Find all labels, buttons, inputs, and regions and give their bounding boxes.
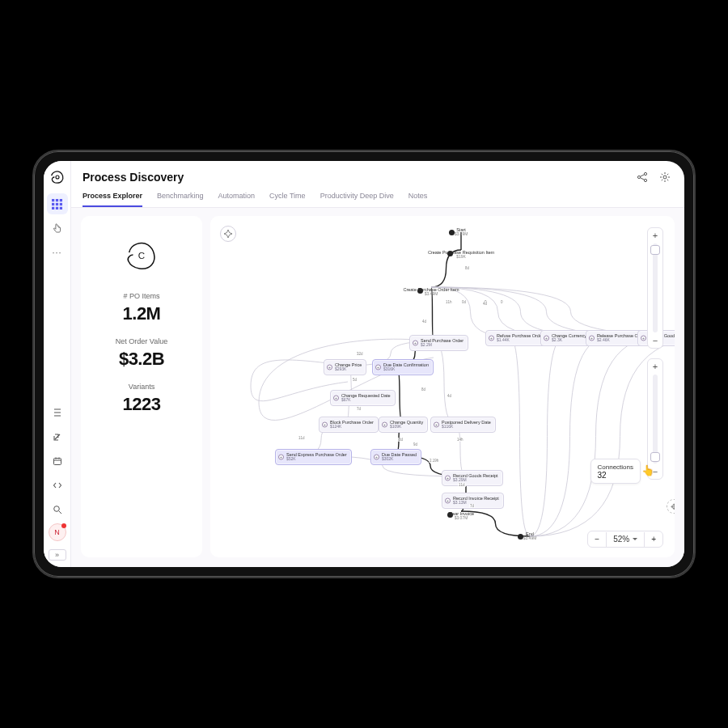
- cursor-hand-icon: 👆: [641, 464, 654, 476]
- graph-node-cpr[interactable]: Create Purchase Requisition Item$19K: [428, 250, 494, 260]
- svg-point-12: [637, 176, 640, 178]
- kpi-variants: Variants 1223: [123, 383, 161, 415]
- edge-label: 4d: [447, 394, 452, 398]
- graph-node-chc[interactable]: +Change Currency$2.3K: [540, 330, 591, 346]
- rail-item-apps[interactable]: [47, 193, 68, 214]
- page-header: Process Discovery: [71, 161, 684, 192]
- slider-track[interactable]: [653, 243, 658, 332]
- slider-thumb[interactable]: [650, 245, 660, 255]
- edge-label: 7d: [356, 407, 362, 411]
- kpi-label: Variants: [123, 383, 161, 391]
- rail-expand-button[interactable]: »: [49, 549, 66, 561]
- edge-label: 2.19h: [429, 459, 439, 463]
- graph-node-spo[interactable]: +Send Purchase Order$2.2M: [409, 335, 468, 351]
- left-rail: ··· N »: [44, 161, 71, 567]
- connections-tooltip: Connections 32 👆: [590, 459, 641, 484]
- process-graph[interactable]: Start$3.49MEnd$3.49MCreate Purchase Requ…: [210, 216, 675, 557]
- crosshair-icon: ✥: [671, 502, 675, 511]
- rail-item-more[interactable]: ···: [47, 242, 68, 263]
- tab-productivity[interactable]: Productivity Deep Dive: [320, 192, 394, 207]
- avatar-initial: N: [54, 528, 60, 536]
- gear-icon: [659, 171, 671, 183]
- zoom-in-button[interactable]: +: [645, 531, 662, 547]
- svg-text:C: C: [138, 251, 145, 260]
- svg-rect-8: [56, 206, 58, 209]
- graph-node-ddc[interactable]: +Due Date Confirmation$316K: [372, 359, 434, 375]
- kpi-label: Net Order Value: [116, 337, 167, 345]
- graph-node-bpo[interactable]: +Block Purchase Order$124K: [319, 417, 379, 433]
- svg-point-0: [55, 176, 58, 179]
- graph-node-rgr[interactable]: +Record Goods Receipt$3.29M: [442, 470, 503, 486]
- connections-slider[interactable]: + −: [647, 358, 663, 480]
- slider-track[interactable]: [653, 375, 658, 463]
- rail-item-list[interactable]: [47, 402, 68, 423]
- avatar[interactable]: N: [49, 523, 66, 541]
- kpi-label: # PO Items: [123, 292, 161, 300]
- process-canvas[interactable]: Start$3.49MEnd$3.49MCreate Purchase Requ…: [210, 216, 675, 557]
- rail-item-open[interactable]: [47, 426, 68, 447]
- activities-slider[interactable]: + −: [647, 227, 663, 349]
- graph-node-ddp[interactable]: +Due Date Passed$302K: [370, 449, 421, 465]
- graph-node-sepo[interactable]: +Send Express Purchase Order$52K: [275, 449, 352, 465]
- grid-icon: [52, 199, 62, 210]
- graph-node-rpo[interactable]: +Refuse Purchase Order$1.44K: [485, 330, 548, 346]
- svg-rect-4: [52, 202, 54, 205]
- tab-automation[interactable]: Automation: [218, 192, 256, 207]
- brand-logo-icon[interactable]: [48, 167, 67, 187]
- share-button[interactable]: [634, 169, 650, 185]
- edge-label: 8d: [421, 387, 426, 392]
- edge-label: 14h: [456, 438, 464, 442]
- tab-notes[interactable]: Notes: [408, 192, 428, 207]
- slider-thumb[interactable]: [650, 452, 660, 462]
- svg-point-11: [53, 506, 59, 512]
- search-icon: [53, 505, 62, 514]
- zoom-out-button[interactable]: −: [588, 531, 606, 547]
- graph-node-cpo[interactable]: Create Purchase Order Item$3.49M: [403, 287, 459, 297]
- edge-label: 0d: [461, 300, 467, 304]
- edge-label: 11d: [458, 483, 466, 487]
- svg-rect-6: [60, 202, 62, 205]
- kpi-value: 1223: [123, 394, 161, 415]
- open-external-icon: [53, 432, 62, 442]
- graph-node-cq[interactable]: +Change Quantity$109K: [379, 417, 428, 433]
- edge-label: 32d: [356, 352, 364, 356]
- settings-button[interactable]: [657, 169, 673, 185]
- graph-node-pdd[interactable]: +Postponed Delivery Date$116K: [430, 417, 496, 433]
- tab-cycle-time[interactable]: Cycle Time: [269, 192, 306, 207]
- rail-item-pointer[interactable]: [47, 218, 68, 239]
- calendar-icon: [53, 456, 62, 466]
- zoom-control: − 52% +: [587, 531, 663, 548]
- svg-point-14: [644, 179, 646, 181]
- chevron-right-icon: »: [55, 551, 59, 559]
- graph-node-end[interactable]: End$3.49M: [523, 531, 537, 541]
- page-title: Process Discovery: [83, 171, 184, 184]
- edge-label: 11d: [298, 436, 306, 440]
- graph-node-cli[interactable]: Clear Invoice$3.07M: [448, 511, 474, 521]
- edge-label: 7d: [469, 504, 475, 508]
- screen: ··· N » Process Discovery Process Explor…: [44, 161, 684, 567]
- graph-node-crd[interactable]: +Change Requested Date$67K: [330, 390, 396, 406]
- rail-item-calendar[interactable]: [47, 451, 68, 472]
- zoom-value[interactable]: 52%: [607, 531, 644, 547]
- kpi-net-order-value: Net Order Value $3.2B: [116, 337, 167, 370]
- list-icon: [53, 408, 62, 417]
- rail-item-search[interactable]: [47, 499, 68, 520]
- tab-bar: Process Explorer Benchmarking Automation…: [71, 192, 684, 208]
- graph-node-cp[interactable]: +Change Price$293K: [324, 359, 366, 375]
- slider-plus[interactable]: +: [648, 230, 662, 241]
- svg-rect-5: [56, 202, 58, 205]
- brand-logo-large-icon: C: [123, 237, 160, 274]
- edge-label: 5d: [352, 378, 358, 382]
- rail-item-code[interactable]: [47, 475, 68, 496]
- ellipsis-icon: ···: [52, 248, 61, 257]
- svg-rect-1: [52, 199, 54, 201]
- slider-plus[interactable]: +: [648, 361, 662, 372]
- tab-process-explorer[interactable]: Process Explorer: [83, 192, 142, 207]
- kpi-value: 1.2M: [123, 303, 161, 324]
- slider-minus[interactable]: −: [648, 335, 662, 346]
- graph-node-start[interactable]: Start$3.49M: [455, 227, 468, 237]
- tab-benchmarking[interactable]: Benchmarking: [157, 192, 204, 207]
- tooltip-value: 32: [598, 471, 633, 480]
- svg-point-13: [644, 172, 646, 175]
- edge-label: 0: [500, 300, 504, 304]
